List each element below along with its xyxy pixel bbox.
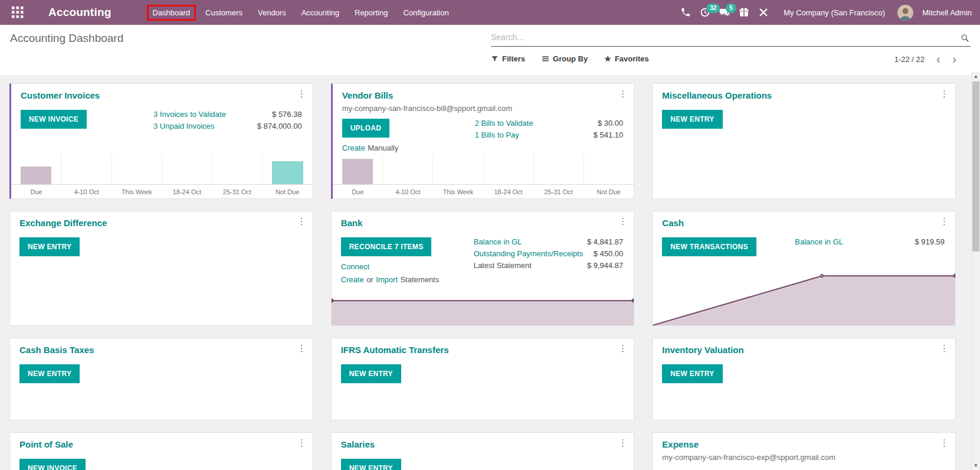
new-invoice-button[interactable]: NEW INVOICE [19, 459, 86, 470]
new-entry-button[interactable]: NEW ENTRY [341, 364, 401, 383]
stat-row: Balance in GL $ 919.59 [795, 237, 945, 246]
new-entry-button[interactable]: NEW ENTRY [19, 237, 80, 256]
search-options: Filters Group By ★ Favorites [491, 54, 649, 63]
kebab-menu-icon[interactable]: ⋮ [297, 216, 306, 227]
card-title[interactable]: Exchange Difference [19, 218, 107, 228]
card-body: NEW ENTRY [341, 364, 625, 383]
card-email: my-company-san-francisco-exp@spport.gmai… [662, 453, 946, 462]
card-cash: Cash ⋮ NEW TRANSACTIONS Balance in GL $ … [652, 211, 956, 326]
card-title[interactable]: Bank [341, 218, 363, 228]
new-transactions-button[interactable]: NEW TRANSACTIONS [662, 237, 756, 256]
activities-clock-icon[interactable]: 32 [700, 7, 710, 18]
pager-next-icon[interactable]: › [952, 54, 956, 64]
kebab-menu-icon[interactable]: ⋮ [940, 89, 949, 99]
favorites-star-icon: ★ [604, 54, 611, 63]
card-body: UPLOAD Create Manually 2 Bills to Valida… [342, 119, 625, 153]
create-link[interactable]: Create [342, 143, 365, 152]
group-by-button[interactable]: Group By [542, 54, 588, 63]
kebab-menu-icon[interactable]: ⋮ [940, 343, 949, 354]
stat-link[interactable]: 3 Invoices to Validate [153, 110, 226, 119]
kebab-menu-icon[interactable]: ⋮ [297, 438, 306, 448]
menu-item-configuration[interactable]: Configuration [397, 5, 454, 21]
import-link[interactable]: Import [376, 275, 398, 284]
stat-link[interactable]: 2 Bills to Validate [475, 119, 533, 128]
kebab-menu-icon[interactable]: ⋮ [618, 216, 627, 227]
scroll-up-icon[interactable]: ▲ [972, 74, 980, 79]
card-salaries: Salaries ⋮ NEW ENTRY [331, 432, 635, 470]
stat-link[interactable]: Outstanding Payments/Receipts [474, 249, 584, 258]
card-body: NEW INVOICE [19, 459, 303, 470]
search-input[interactable] [491, 30, 971, 47]
new-invoice-button[interactable]: NEW INVOICE [21, 110, 87, 129]
favorites-button[interactable]: ★ Favorites [604, 54, 648, 63]
new-entry-button[interactable]: NEW ENTRY [662, 364, 722, 383]
stat-value: $ 919.59 [915, 237, 945, 246]
user-avatar[interactable] [897, 5, 913, 21]
kanban-grid: Customer Invoices ⋮ NEW INVOICE 3 Invoic… [9, 83, 956, 470]
pager-previous-icon[interactable]: ‹ [936, 54, 940, 64]
kebab-menu-icon[interactable]: ⋮ [618, 89, 627, 99]
tools-icon[interactable] [758, 7, 769, 18]
card-body: NEW ENTRY [662, 364, 946, 383]
scroll-down-icon[interactable]: ▼ [972, 463, 980, 468]
card-title[interactable]: Expense [662, 439, 699, 449]
stat-value: $ 4,841.87 [587, 237, 623, 246]
new-entry-button[interactable]: NEW ENTRY [341, 459, 401, 470]
card-stats: 3 Invoices to Validate $ 576.38 3 Unpaid… [153, 110, 303, 133]
stat-row: 3 Unpaid Invoices $ 874,000.00 [153, 122, 302, 130]
card-expense: Expense ⋮ my-company-san-francisco-exp@s… [652, 432, 956, 470]
kebab-menu-icon[interactable]: ⋮ [618, 343, 627, 354]
menu-item-reporting[interactable]: Reporting [349, 5, 394, 21]
filters-button[interactable]: Filters [491, 54, 525, 63]
kebab-menu-icon[interactable]: ⋮ [297, 89, 306, 99]
messages-icon[interactable]: 5 [719, 7, 730, 18]
menu-item-vendors[interactable]: Vendors [252, 5, 292, 21]
card-title[interactable]: Point of Sale [19, 439, 73, 449]
card-title[interactable]: IFRS Automatic Transfers [341, 345, 449, 355]
stat-row: 1 Bills to Pay $ 541.10 [475, 130, 624, 139]
menu-item-dashboard[interactable]: Dashboard [147, 5, 196, 21]
new-entry-button[interactable]: NEW ENTRY [662, 110, 722, 129]
create-link[interactable]: Create [341, 275, 364, 284]
card-title[interactable]: Cash [662, 218, 684, 228]
dashboard-content: Customer Invoices ⋮ NEW INVOICE 3 Invoic… [0, 75, 971, 470]
connect-link[interactable]: Connect [341, 262, 369, 271]
scrollbar-thumb[interactable] [972, 81, 979, 252]
card-title[interactable]: Vendor Bills [342, 90, 394, 100]
top-navbar: Accounting Dashboard Customers Vendors A… [0, 0, 980, 25]
company-switcher[interactable]: My Company (San Francisco) [784, 8, 885, 17]
card-body: NEW ENTRY [662, 110, 946, 129]
main-menu: Dashboard Customers Vendors Accounting R… [147, 5, 455, 21]
phone-icon[interactable] [680, 7, 691, 18]
stat-link[interactable]: Balance in GL [795, 237, 843, 246]
card-title[interactable]: Cash Basis Taxes [19, 345, 94, 355]
stat-value: $ 9,944.87 [587, 261, 623, 270]
kebab-menu-icon[interactable]: ⋮ [940, 216, 949, 227]
card-body: NEW TRANSACTIONS Balance in GL $ 919.59 [662, 237, 946, 256]
search-icon[interactable] [961, 34, 969, 43]
card-title[interactable]: Customer Invoices [21, 90, 100, 100]
card-title[interactable]: Salaries [341, 439, 375, 449]
user-menu[interactable]: Mitchell Admin [922, 8, 972, 17]
stat-link[interactable]: 3 Unpaid Invoices [153, 122, 214, 130]
vertical-scrollbar[interactable]: ▲ ▼ [971, 72, 980, 470]
stat-link[interactable]: 1 Bills to Pay [475, 130, 519, 139]
kebab-menu-icon[interactable]: ⋮ [297, 343, 306, 354]
menu-item-accounting[interactable]: Accounting [296, 5, 345, 21]
new-entry-button[interactable]: NEW ENTRY [19, 364, 80, 383]
kebab-menu-icon[interactable]: ⋮ [618, 438, 627, 448]
gift-icon[interactable] [739, 7, 749, 18]
card-stats: 2 Bills to Validate $ 30.00 1 Bills to P… [475, 119, 625, 142]
stat-link[interactable]: Balance in GL [474, 237, 522, 246]
reconcile-button[interactable]: RECONCILE 7 ITEMS [341, 237, 432, 256]
card-ifrs-automatic-transfers: IFRS Automatic Transfers ⋮ NEW ENTRY [331, 338, 635, 420]
upload-button[interactable]: UPLOAD [342, 119, 389, 138]
card-title[interactable]: Inventory Valuation [662, 345, 743, 355]
apps-grid-icon[interactable] [12, 6, 24, 18]
stat-value: $ 576.38 [272, 110, 302, 119]
menu-item-customers[interactable]: Customers [199, 5, 248, 21]
card-title[interactable]: Miscellaneous Operations [662, 90, 772, 100]
card-actions: NEW INVOICE [21, 110, 153, 129]
card-stats: Balance in GL $ 919.59 [795, 237, 946, 249]
kebab-menu-icon[interactable]: ⋮ [940, 438, 949, 448]
